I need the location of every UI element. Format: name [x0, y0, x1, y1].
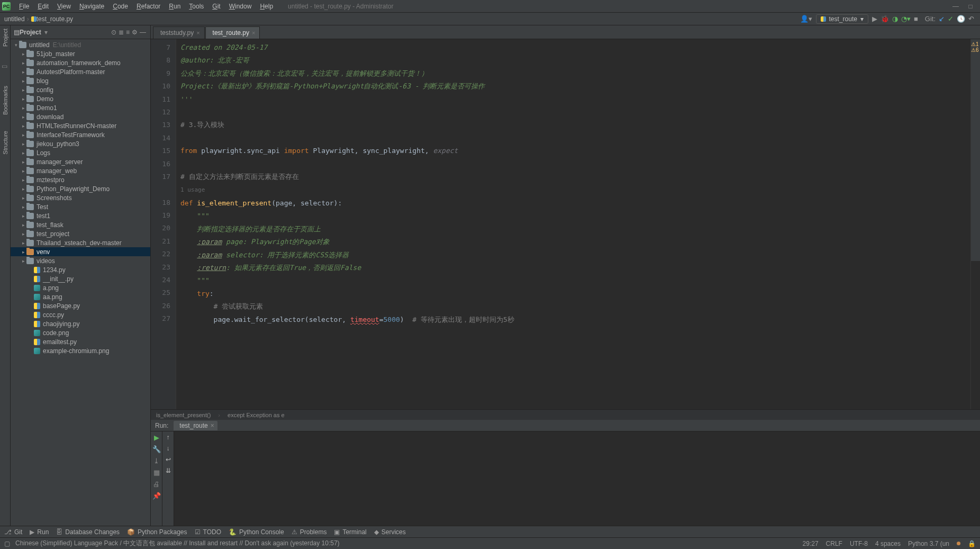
run-config-select[interactable]: test_route ▾ — [816, 14, 868, 24]
tab-test-route[interactable]: test_route.py × — [205, 26, 260, 39]
tool-todo[interactable]: ☑TODO — [195, 528, 221, 536]
close-icon[interactable]: × — [252, 30, 255, 36]
run-button[interactable]: ▶ — [872, 15, 877, 23]
git-status-icon[interactable] — [957, 542, 960, 545]
tree-item[interactable]: ▸manager_web — [11, 166, 150, 175]
tree-item[interactable]: ▸config — [11, 85, 150, 94]
tree-item[interactable]: aa.png — [11, 292, 150, 301]
menu-navigate[interactable]: Navigate — [75, 3, 108, 10]
menu-window[interactable]: Window — [225, 3, 256, 10]
editor-minimap[interactable]: ⚠1 ⚠6 — [970, 39, 980, 409]
menu-run[interactable]: Run — [165, 3, 185, 10]
code-editor[interactable]: Created on 2024-05-17@author: 北京-宏哥公众号：北… — [176, 39, 970, 409]
settings-icon[interactable]: ⚙ — [132, 29, 138, 36]
debug-button[interactable]: 🐞 — [881, 15, 889, 23]
tree-item[interactable]: code.png — [11, 328, 150, 337]
tree-item[interactable]: ▸51job_master — [11, 49, 150, 58]
tree-item[interactable]: emailtest.py — [11, 337, 150, 346]
tab-teststudy[interactable]: teststudy.py × — [153, 26, 205, 39]
breadcrumb-root[interactable]: untitled — [4, 15, 25, 23]
tool-print-icon[interactable]: 🖨 — [153, 480, 160, 488]
tree-item[interactable]: ▸Thailand_xsteach_dev-master — [11, 238, 150, 247]
status-interpreter[interactable]: Python 3.7 (un — [908, 540, 949, 547]
menu-view[interactable]: View — [53, 3, 75, 10]
scroll-icon[interactable]: ⇊ — [166, 467, 171, 474]
tool-layout-icon[interactable]: ▦ — [153, 469, 160, 476]
status-icon[interactable]: ▢ — [4, 540, 10, 547]
window-minimize[interactable]: — — [948, 3, 963, 10]
coverage-button[interactable]: ◑ — [892, 15, 898, 23]
hide-icon[interactable]: — — [140, 29, 146, 36]
tree-item[interactable]: ▸blog — [11, 76, 150, 85]
status-message[interactable]: Chinese (Simplified) Language Pack / 中文语… — [15, 539, 340, 548]
line-gutter[interactable]: 789101112131415161718192021222324252627 — [151, 39, 176, 409]
tool-wrench-icon[interactable]: 🔧 — [152, 445, 161, 453]
status-position[interactable]: 29:27 — [803, 540, 819, 547]
tree-item[interactable]: ▸test_project — [11, 229, 150, 238]
tree-item[interactable]: chaojiying.py — [11, 319, 150, 328]
status-indent[interactable]: 4 spaces — [875, 540, 901, 547]
tree-item[interactable]: ▾untitledE:\untitled — [11, 40, 150, 49]
chevron-down-icon[interactable]: ▾ — [44, 29, 48, 36]
tree-item[interactable]: ▸jiekou_python3 — [11, 139, 150, 148]
menu-file[interactable]: File — [15, 3, 33, 10]
tool-terminal[interactable]: ▣Terminal — [334, 528, 366, 536]
rail-structure[interactable]: Structure — [2, 131, 8, 155]
menu-code[interactable]: Code — [108, 3, 132, 10]
tree-item[interactable]: ▸Demo — [11, 94, 150, 103]
tree-item[interactable]: ▸AutotestPlatform-master — [11, 67, 150, 76]
run-tab[interactable]: test_route × — [174, 421, 217, 430]
tree-item[interactable]: ▸videos — [11, 256, 150, 265]
project-tree[interactable]: ▾untitledE:\untitled▸51job_master▸automa… — [11, 39, 150, 526]
up-icon[interactable]: ↑ — [167, 434, 170, 441]
tool-database-changes[interactable]: 🗄Database Changes — [56, 528, 120, 536]
tree-item[interactable]: ▸automation_framework_demo — [11, 58, 150, 67]
tool-pin-icon[interactable]: 📌 — [152, 492, 161, 500]
tree-item[interactable]: ▸mztestpro — [11, 175, 150, 184]
tree-item[interactable]: ▸Demo1 — [11, 103, 150, 112]
window-maximize[interactable]: □ — [963, 3, 978, 10]
tree-item[interactable]: ▸venv — [11, 247, 150, 256]
run-console-output[interactable] — [174, 431, 980, 526]
tree-item[interactable]: ▸manager_server — [11, 157, 150, 166]
tree-item[interactable]: ▸Logs — [11, 148, 150, 157]
menu-edit[interactable]: Edit — [33, 3, 53, 10]
stop-button[interactable]: ■ — [914, 15, 918, 23]
git-history-icon[interactable]: 🕓 — [957, 15, 965, 23]
menu-tools[interactable]: Tools — [185, 3, 208, 10]
down-icon[interactable]: ↓ — [167, 445, 170, 452]
menu-refactor[interactable]: Refactor — [132, 3, 165, 10]
tool-problems[interactable]: ⚠Problems — [292, 528, 327, 536]
tree-item[interactable]: ▸test1 — [11, 211, 150, 220]
profile-button[interactable]: ◔▾ — [901, 15, 911, 23]
tree-item[interactable]: __init__.py — [11, 274, 150, 283]
close-icon[interactable]: × — [211, 422, 214, 429]
expand-all-icon[interactable]: ≣ — [119, 29, 124, 36]
wrap-icon[interactable]: ↩ — [166, 456, 171, 463]
tool-down-icon[interactable]: ⤓ — [153, 457, 159, 465]
rail-icon-1[interactable]: ▭ — [2, 62, 9, 70]
warning-indicator[interactable]: ⚠1 ⚠6 — [971, 41, 979, 53]
user-icon[interactable]: 👤▾ — [800, 15, 812, 23]
menu-git[interactable]: Git — [208, 3, 224, 10]
status-encoding[interactable]: UTF-8 — [850, 540, 868, 547]
tree-item[interactable]: ▸Screenshots — [11, 193, 150, 202]
tree-item[interactable]: ▸Test — [11, 202, 150, 211]
tree-item[interactable]: basePage.py — [11, 301, 150, 310]
rail-project[interactable]: Project — [2, 29, 8, 47]
tree-item[interactable]: a.png — [11, 283, 150, 292]
tree-item[interactable]: ▸download — [11, 112, 150, 121]
rerun-icon[interactable]: ▶ — [154, 434, 159, 442]
close-icon[interactable]: × — [196, 30, 199, 36]
breadcrumb-file[interactable]: test_route.py — [37, 15, 73, 23]
tool-python-packages[interactable]: 📦Python Packages — [127, 528, 187, 536]
git-update-icon[interactable]: ↙ — [939, 15, 945, 23]
rail-bookmarks[interactable]: Bookmarks — [2, 86, 8, 115]
git-rollback-icon[interactable]: ↶ — [968, 15, 974, 23]
tree-item[interactable]: ▸test_flask — [11, 220, 150, 229]
tool-git[interactable]: ⎇Git — [4, 528, 22, 536]
collapse-all-icon[interactable]: ≡ — [126, 29, 130, 36]
lock-icon[interactable]: 🔒 — [968, 540, 976, 547]
select-opened-icon[interactable]: ⊙ — [111, 29, 116, 36]
tree-item[interactable]: 1234.py — [11, 265, 150, 274]
